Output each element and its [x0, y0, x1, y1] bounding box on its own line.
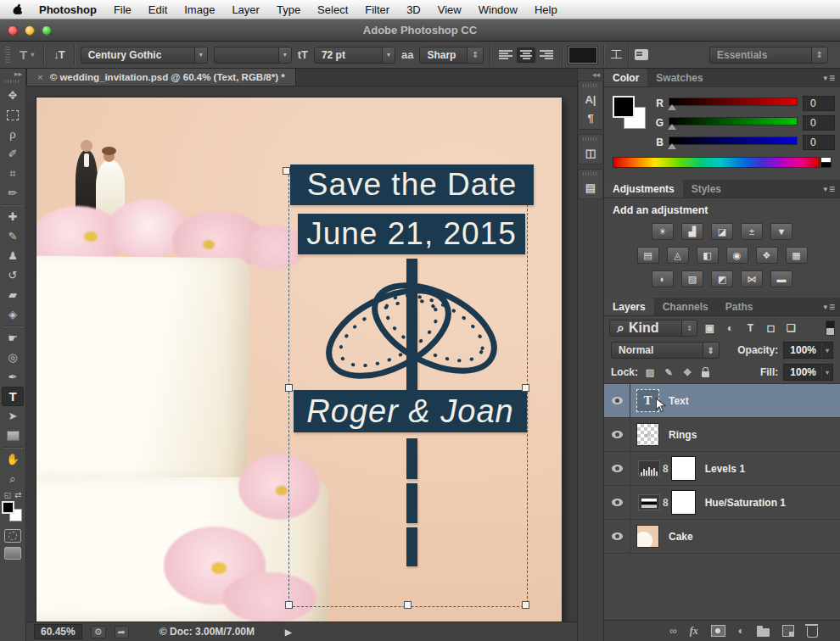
apple-menu[interactable] — [7, 3, 31, 16]
tool-preset-picker[interactable]: T ▾ — [16, 47, 37, 62]
transform-handle[interactable] — [522, 384, 529, 392]
dock-grip[interactable] — [583, 172, 598, 176]
layer-row-hue-saturation[interactable]: 8 Hue/Saturation 1 — [604, 486, 840, 520]
channel-mixer-icon[interactable]: ❖ — [756, 247, 778, 264]
screen-mode-button[interactable] — [4, 547, 21, 560]
filter-shape-layers-icon[interactable]: ◻ — [763, 322, 779, 334]
blue-slider[interactable] — [669, 136, 798, 149]
threshold-icon[interactable]: ◩ — [711, 270, 733, 287]
slider-thumb[interactable] — [668, 104, 676, 110]
layer-name[interactable]: Hue/Saturation 1 — [705, 497, 786, 509]
font-family-select[interactable]: Century Gothic ▾ — [81, 47, 208, 64]
dock-grip[interactable] — [583, 137, 598, 141]
align-left-button[interactable] — [496, 47, 515, 63]
transform-handle[interactable] — [285, 601, 293, 609]
menu-photoshop[interactable]: Photoshop — [31, 3, 105, 16]
visibility-toggle[interactable] — [604, 452, 630, 485]
tab-paths[interactable]: Paths — [717, 298, 762, 315]
selective-color-icon[interactable]: ▬ — [770, 270, 792, 287]
document-tab[interactable]: × © wedding_invitation.psd @ 60.4% (Text… — [26, 69, 296, 86]
filter-smart-objects-icon[interactable]: ❏ — [783, 322, 799, 334]
foreground-color-swatch[interactable] — [613, 96, 635, 118]
tool-eraser[interactable]: ▰ — [2, 285, 24, 304]
exposure-icon[interactable]: ± — [741, 223, 763, 240]
mask-link-icon[interactable]: 8 — [663, 497, 669, 509]
layer-thumbnail-cake[interactable] — [636, 525, 659, 548]
font-size-select[interactable]: 72 pt ▾ — [314, 47, 395, 64]
invert-icon[interactable]: ◐ — [652, 270, 674, 287]
color-lookup-icon[interactable]: ▦ — [786, 247, 808, 264]
layer-mask-thumbnail[interactable] — [671, 490, 696, 515]
align-center-button[interactable] — [517, 47, 535, 63]
color-spectrum-ramp[interactable] — [613, 157, 832, 168]
posterize-icon[interactable]: ▨ — [681, 270, 703, 287]
foreground-color-swatch[interactable] — [2, 501, 14, 514]
panel-menu-icon[interactable]: ▾≡ — [823, 69, 840, 86]
tool-crop[interactable]: ⌗ — [2, 164, 24, 183]
tool-zoom[interactable]: ⌕ — [2, 469, 24, 488]
tool-type[interactable]: T — [2, 387, 24, 406]
tool-shape[interactable] — [2, 426, 24, 445]
menu-filter[interactable]: Filter — [356, 3, 398, 16]
tool-hand[interactable]: ✋ — [2, 449, 24, 469]
quick-mask-button[interactable] — [4, 529, 21, 543]
paragraph-panel-icon[interactable]: ¶ — [580, 109, 601, 127]
close-window-button[interactable] — [8, 25, 18, 36]
blend-mode-select[interactable]: Normal ⇕ — [611, 342, 720, 359]
panel-menu-icon[interactable]: ▾≡ — [823, 180, 840, 198]
status-menu-arrow-icon[interactable]: ▶ — [285, 627, 292, 637]
minimize-window-button[interactable] — [25, 25, 35, 36]
panel-menu-icon[interactable]: ▾≡ — [823, 298, 840, 315]
add-layer-mask-icon[interactable] — [711, 625, 725, 637]
link-layers-icon[interactable]: ∞ — [669, 625, 677, 637]
tab-layers[interactable]: Layers — [604, 298, 654, 315]
menu-help[interactable]: Help — [526, 3, 566, 16]
vibrance-icon[interactable]: ▼ — [770, 223, 792, 240]
menu-select[interactable]: Select — [309, 3, 356, 16]
layer-name[interactable]: Cake — [669, 531, 693, 543]
menu-image[interactable]: Image — [176, 3, 223, 16]
layer-name[interactable]: Levels 1 — [705, 463, 745, 475]
tool-quick-selection[interactable]: ✐ — [2, 144, 24, 164]
tool-move[interactable]: ✥ — [2, 86, 24, 105]
new-adjustment-layer-icon[interactable]: ◐ — [738, 625, 744, 637]
tool-eyedropper[interactable]: ✏ — [2, 183, 24, 203]
red-value-field[interactable]: 0 — [803, 96, 835, 111]
tool-lasso[interactable]: ρ — [2, 125, 24, 144]
dock-grip[interactable] — [583, 84, 598, 87]
workspace-select[interactable]: Essentials ⇕ — [709, 47, 828, 64]
slider-thumb[interactable] — [668, 124, 676, 130]
filter-type-layers-icon[interactable]: T — [742, 322, 759, 334]
green-value-field[interactable]: 0 — [803, 115, 835, 131]
new-layer-icon[interactable] — [782, 625, 794, 637]
lock-image-pixels-icon[interactable]: ✎ — [662, 367, 675, 378]
tool-paint-bucket[interactable]: ◈ — [2, 304, 24, 324]
layer-row-levels[interactable]: 8 Levels 1 — [604, 452, 840, 486]
layer-thumbnail-rings[interactable]: ∞ — [636, 423, 659, 446]
filter-kind-select[interactable]: ⌕ Kind ⇕ — [609, 320, 697, 337]
tab-swatches[interactable]: Swatches — [647, 69, 711, 86]
tools-grip[interactable] — [5, 80, 20, 83]
expand-panels-icon[interactable]: ◂◂ — [589, 70, 603, 81]
properties-panel-icon[interactable]: ◫ — [580, 143, 601, 162]
mask-link-icon[interactable]: 8 — [663, 463, 669, 475]
toggle-panels-icon[interactable] — [635, 49, 648, 60]
visibility-toggle[interactable] — [604, 486, 630, 519]
tool-brush[interactable]: ✎ — [2, 226, 24, 246]
layer-row-rings[interactable]: ∞ Rings — [604, 418, 840, 452]
layer-name[interactable]: Text — [669, 395, 689, 407]
transform-handle[interactable] — [285, 384, 293, 392]
options-grip[interactable] — [5, 47, 10, 64]
save-the-date-text[interactable]: Save the Date — [290, 164, 534, 205]
layer-name[interactable]: Rings — [669, 429, 697, 441]
collapse-tools-icon[interactable]: ▸▸ — [11, 70, 25, 78]
tool-spot-healing-brush[interactable]: ✚ — [2, 207, 24, 226]
photo-filter-icon[interactable]: ◉ — [726, 247, 748, 264]
color-balance-icon[interactable]: ◬ — [667, 247, 689, 264]
canvas-image[interactable]: Save the Date June 21, 2015 — [36, 98, 562, 621]
font-style-select[interactable]: ▾ — [214, 47, 292, 64]
default-colors-controls[interactable]: ◱ ⇄ — [4, 490, 22, 499]
tool-dodge[interactable]: ◎ — [2, 348, 24, 367]
levels-adjustment-icon[interactable] — [638, 460, 660, 477]
fill-field[interactable]: 100% ▾ — [783, 364, 833, 381]
